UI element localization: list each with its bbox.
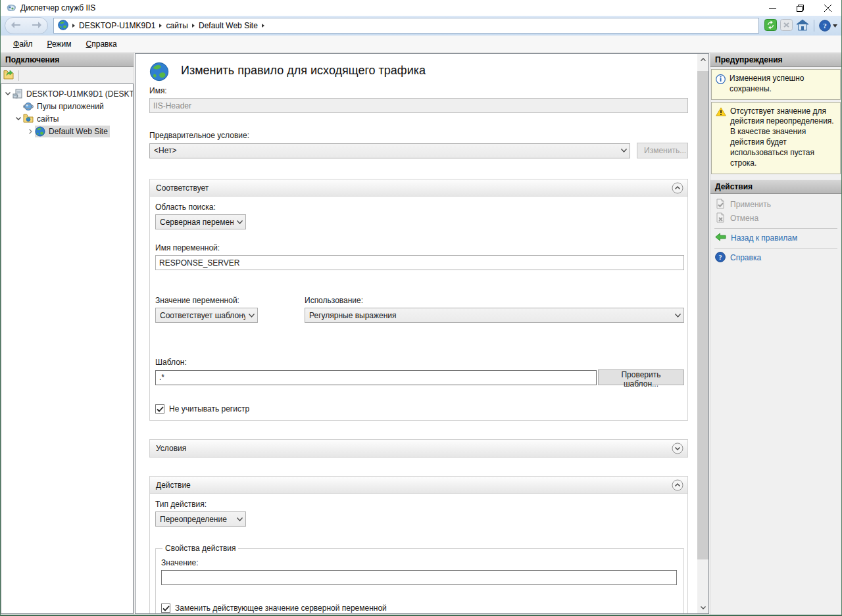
- breadcrumb[interactable]: DESKTOP-U1MK9D1 сайты Default Web Site: [53, 18, 759, 34]
- ignore-case-checkbox[interactable]: [155, 404, 164, 414]
- collapse-section-button[interactable]: [672, 479, 683, 491]
- tree-item-server[interactable]: DESKTOP-U1MK9D1 (DESKTOP: [1, 87, 133, 100]
- cancel-label: Отмена: [730, 214, 758, 223]
- chevron-down-icon[interactable]: [3, 92, 12, 95]
- variable-value-value: Соответствует шаблону: [160, 311, 245, 320]
- globe-icon: [58, 20, 68, 32]
- vertical-scrollbar[interactable]: [697, 54, 708, 613]
- chevron-down-icon: [245, 314, 257, 318]
- search-scope-select[interactable]: Серверная переменн: [155, 214, 246, 229]
- back-to-rules-action[interactable]: Назад к правилам: [710, 231, 841, 245]
- help-action[interactable]: ? Справка: [710, 251, 841, 265]
- help-circle-icon: ?: [715, 252, 726, 264]
- warnings-header: Предупреждения: [710, 53, 841, 67]
- precondition-select[interactable]: <Нет>: [149, 143, 630, 158]
- chevron-right-icon[interactable]: [26, 129, 35, 134]
- cancel-action: Отмена: [710, 212, 841, 225]
- menu-view[interactable]: Режим: [41, 37, 78, 51]
- action-type-select[interactable]: Переопределение: [155, 511, 246, 527]
- replace-value-checkbox[interactable]: [161, 604, 170, 613]
- warning-alert-text: Отсутствует значение для действия переоп…: [730, 107, 837, 169]
- minimize-button[interactable]: [758, 0, 786, 16]
- pattern-field[interactable]: [155, 370, 597, 385]
- menu-file[interactable]: Файл: [7, 37, 39, 51]
- iis-manager-window: Диспетчер служб IIS DESKTOP-U1MK9D1 сайт…: [0, 0, 842, 616]
- chevron-down-icon: [234, 517, 245, 521]
- edit-precondition-button: Изменить...: [637, 143, 688, 158]
- scrollbar-thumb[interactable]: [697, 71, 708, 559]
- info-alert-text: Изменения успешно сохранены.: [730, 74, 837, 95]
- svg-text:?: ?: [823, 22, 827, 30]
- connections-toolbar: [1, 67, 134, 83]
- edit-outbound-rule-form: Изменить правило для исходящего трафика …: [136, 54, 697, 613]
- scrollbar-track[interactable]: [697, 65, 708, 602]
- actions-header: Действия: [710, 179, 841, 194]
- actions-separator: [714, 228, 837, 229]
- close-button[interactable]: [814, 0, 841, 16]
- selected-tree-item[interactable]: Default Web Site: [35, 126, 110, 137]
- site-globe-icon: [35, 126, 46, 137]
- breadcrumb-default-web-site[interactable]: Default Web Site: [199, 21, 258, 30]
- save-connection-icon[interactable]: [3, 70, 14, 82]
- tree-item-default-web-site[interactable]: Default Web Site: [1, 125, 133, 137]
- stop-button: [780, 19, 793, 33]
- test-pattern-button[interactable]: Проверить шаблон...: [598, 369, 684, 385]
- ignore-case-row: Не учитывать регистр: [155, 404, 684, 414]
- menu-bar: Файл Режим Справка: [1, 36, 841, 53]
- help-label: Справка: [730, 253, 761, 262]
- connections-tree: DESKTOP-U1MK9D1 (DESKTOP Пулы приложений…: [1, 83, 134, 614]
- replace-value-label: Заменить действующее значение серверной …: [175, 604, 387, 613]
- value-label: Значение:: [161, 558, 677, 567]
- tree-item-sites[interactable]: сайты: [1, 112, 133, 125]
- usage-select[interactable]: Регулярные выражения: [305, 308, 684, 323]
- breadcrumb-separator: [262, 24, 264, 28]
- value-field[interactable]: [161, 570, 677, 585]
- server-icon: [12, 89, 24, 99]
- breadcrumb-server[interactable]: DESKTOP-U1MK9D1: [79, 21, 155, 30]
- sites-folder-icon: [23, 114, 34, 124]
- scroll-down-button[interactable]: [697, 602, 708, 613]
- tree-item-app-pools[interactable]: Пулы приложений: [1, 100, 133, 112]
- svg-text:?: ?: [719, 254, 722, 261]
- expand-section-button[interactable]: [672, 442, 683, 454]
- match-section-header[interactable]: Соответствует: [150, 179, 687, 197]
- page-title: Изменить правило для исходящего трафика: [181, 60, 426, 78]
- tree-item-label: Default Web Site: [49, 127, 108, 136]
- back-arrow-icon: [715, 233, 726, 243]
- connections-panel: Подключения DESKTOP-U1MK9D1 (DESKTOP Пул…: [1, 53, 134, 615]
- conditions-section: Условия: [149, 439, 688, 458]
- body-area: Подключения DESKTOP-U1MK9D1 (DESKTOP Пул…: [1, 53, 841, 615]
- name-field: [149, 98, 688, 113]
- conditions-section-title: Условия: [156, 444, 672, 453]
- back-button[interactable]: [11, 21, 20, 30]
- scroll-up-button[interactable]: [697, 54, 708, 65]
- precondition-label: Предварительное условие:: [149, 131, 688, 140]
- refresh-button[interactable]: [764, 19, 777, 33]
- menu-help[interactable]: Справка: [80, 37, 123, 51]
- page-globe-icon: [149, 62, 169, 82]
- variable-value-select[interactable]: Соответствует шаблону: [155, 308, 258, 323]
- action-properties-group: Свойства действия Значение: Заменить дей…: [155, 544, 684, 613]
- search-scope-value: Серверная переменн: [160, 218, 234, 227]
- collapse-section-button[interactable]: [672, 182, 683, 194]
- chevron-down-icon[interactable]: [14, 117, 23, 120]
- variable-value-label: Значение переменной:: [155, 296, 258, 305]
- breadcrumb-sites[interactable]: сайты: [166, 21, 188, 30]
- variable-name-field[interactable]: [155, 255, 684, 270]
- action-type-value: Переопределение: [160, 515, 234, 524]
- home-button[interactable]: [796, 19, 809, 33]
- help-button[interactable]: ?: [819, 20, 837, 32]
- iis-app-icon: [6, 3, 16, 13]
- restore-button[interactable]: [786, 0, 814, 16]
- address-bar: DESKTOP-U1MK9D1 сайты Default Web Site ?: [1, 16, 841, 36]
- forward-button[interactable]: [32, 21, 41, 30]
- match-section-title: Соответствует: [156, 183, 672, 193]
- variable-name-label: Имя переменной:: [155, 243, 684, 252]
- precondition-value: <Нет>: [154, 146, 618, 155]
- conditions-section-header[interactable]: Условия: [150, 440, 687, 457]
- breadcrumb-separator: [192, 24, 195, 28]
- pattern-label: Шаблон:: [155, 358, 684, 367]
- back-to-rules-label: Назад к правилам: [731, 233, 797, 243]
- action-section-header[interactable]: Действие: [150, 477, 687, 494]
- apply-icon: [715, 199, 726, 211]
